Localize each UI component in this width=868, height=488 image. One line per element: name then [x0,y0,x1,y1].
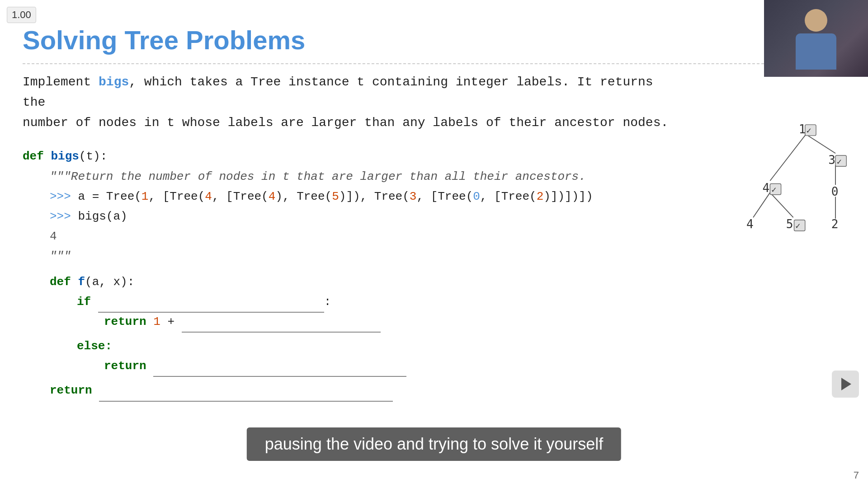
n4b-val: 4 [269,190,276,203]
fn-bigs-name: bigs [51,150,79,163]
person-body [796,33,836,70]
tree-arg4: )]), Tree( [339,190,410,203]
node-4top-label: 4 [763,181,770,195]
bigs-call-text: bigs(a) [78,210,127,223]
person-silhouette [793,9,839,68]
edge-1-3 [806,134,835,153]
desc-text-before: Implement [23,75,99,89]
node-5-label: 5 [786,217,793,231]
def2-keyword: def [50,275,78,289]
webcam-feed [764,0,868,77]
tree-diagram: 1 ✓ 3 ✓ 4 ✓ 0 4 5 ✓ 2 [728,108,854,253]
code-line-a-assign: >>> a = Tree(1, [Tree(4, [Tree(4), Tree(… [23,187,678,206]
fn-f-name: f [78,275,85,289]
code-line-else: else: [23,336,678,356]
if-colon: : [324,295,331,309]
checkmark-5: ✓ [795,221,800,230]
code-line-def-bigs: def bigs(t): [23,146,678,166]
return1-keyword: return [104,315,153,328]
n1-val: 1 [142,190,149,203]
caption-bar: pausing the video and trying to solve it… [247,427,621,461]
blank-if-condition [98,292,324,313]
n5-val: 5 [332,190,339,203]
blank-return3 [99,380,393,401]
play-icon [841,378,851,390]
a-assign: a = Tree( [78,190,141,203]
node-3-label: 3 [828,153,835,167]
title-separator [23,63,764,64]
desc-highlight: bigs [99,75,129,89]
tree-arg1: , [Tree( [148,190,205,203]
return1-plus: + [160,315,182,328]
close-docstring-text: """ [50,249,71,263]
problem-description: Implement bigs, which takes a Tree insta… [23,72,678,133]
prompt2: >>> [50,210,78,223]
bigs-args: (t): [79,150,107,163]
node-4bot-label: 4 [746,217,754,231]
docstring-text: """Return the number of nodes in t that … [50,170,586,183]
code-block: def bigs(t): """Return the number of nod… [23,146,678,400]
checkmark-3: ✓ [837,157,842,166]
else-keyword: else: [77,339,112,353]
slide-title: Solving Tree Problems [23,25,305,55]
code-line-return2: return [23,356,678,376]
tree-arg5: , [Tree( [416,190,473,203]
prompt1: >>> [50,190,78,203]
code-docstring: """Return the number of nodes in t that … [23,167,678,187]
play-button[interactable] [832,371,859,398]
edge-1-4top [770,134,806,181]
code-close-docstring: """ [23,246,678,266]
code-output-4: 4 [23,226,678,246]
return2-keyword: return [104,359,153,373]
code-line-return3: return [23,380,678,400]
checkmark-1: ✓ [807,126,811,135]
tree-arg7: )])])]) [543,190,593,203]
webcam-container [764,0,868,77]
tree-arg2: , [Tree( [212,190,269,203]
tree-arg3: ), Tree( [275,190,332,203]
node-0-label: 0 [831,185,839,198]
blank-return2 [153,356,406,377]
tree-svg: 1 ✓ 3 ✓ 4 ✓ 0 4 5 ✓ 2 [728,108,854,253]
n2-val: 2 [537,190,544,203]
edge-4top-4bot [753,192,770,217]
f-args: (a, x): [85,275,134,289]
output-val: 4 [50,230,57,243]
n3-val: 3 [410,190,417,203]
if-keyword: if [77,295,98,309]
tree-arg6: , [Tree( [480,190,537,203]
code-line-def-f: def f(a, x): [23,272,678,292]
return1-num: 1 [153,315,160,328]
speed-badge: 1.00 [7,7,36,23]
node-2-label: 2 [831,217,839,231]
person-head [805,9,827,32]
def-keyword: def [23,150,51,163]
blank-return1 [182,312,381,333]
n0-val: 0 [473,190,480,203]
n4a-val: 4 [205,190,212,203]
code-line-if: if : [23,292,678,312]
edge-4top-5 [770,192,793,217]
page-number: 7 [854,469,859,481]
checkmark-4top: ✓ [771,185,776,194]
return3-keyword: return [50,384,99,397]
code-line-return1: return 1 + [23,312,678,332]
code-line-bigs-call: >>> bigs(a) [23,206,678,226]
main-content: Implement bigs, which takes a Tree insta… [23,72,678,401]
